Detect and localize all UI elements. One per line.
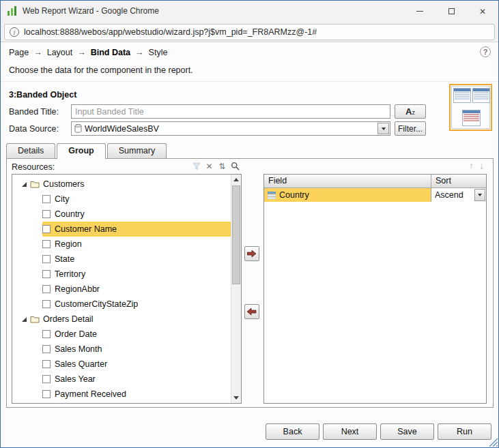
group-table-header: Field Sort <box>264 175 486 188</box>
expander-icon[interactable] <box>22 317 27 322</box>
tab-summary[interactable]: Summary <box>107 143 167 158</box>
filter-button[interactable]: Filter... <box>395 121 426 136</box>
tree-label: Sales Quarter <box>55 359 107 369</box>
tree-label: Payment Received <box>55 389 126 399</box>
scroll-down-icon <box>233 396 239 400</box>
close-button[interactable]: ✕ <box>467 1 498 22</box>
back-button[interactable]: Back <box>266 423 319 440</box>
breadcrumb-separator: → <box>33 48 42 57</box>
search-icon[interactable] <box>229 160 241 172</box>
url-text[interactable]: localhost:8888/webos/app/webstudio/wizar… <box>24 27 317 37</box>
checkbox[interactable] <box>42 285 51 293</box>
tab-details[interactable]: Details <box>6 143 55 158</box>
font-button-z: z <box>412 109 415 116</box>
add-field-button[interactable] <box>244 246 259 261</box>
breadcrumb-separator: → <box>77 48 86 57</box>
tree-item-sales-quarter[interactable]: Sales Quarter <box>12 357 231 372</box>
breadcrumb-item-layout[interactable]: Layout <box>47 48 73 57</box>
preview-table-icon <box>453 88 471 103</box>
resources-label: Resources: <box>12 162 55 172</box>
banded-title-label: Banded Title: <box>9 107 59 117</box>
tree-folder-orders-detail[interactable]: Orders Detail <box>12 312 231 327</box>
sort-icon[interactable]: ⇅ <box>216 160 228 172</box>
tree-scrollbar[interactable] <box>231 175 241 403</box>
resize-grip[interactable] <box>489 438 498 447</box>
tree-item-country[interactable]: Country <box>12 207 231 222</box>
checkbox[interactable] <box>42 255 51 263</box>
data-source-label: Data Source: <box>9 124 59 134</box>
scroll-down-button[interactable] <box>231 393 241 403</box>
layout-preview-thumbnail[interactable] <box>449 84 492 131</box>
checkbox[interactable] <box>42 300 51 308</box>
info-icon[interactable]: i <box>10 27 19 37</box>
data-source-dropdown-arrow-icon[interactable] <box>377 123 389 134</box>
tree-item-payment-received[interactable]: Payment Received <box>12 387 231 402</box>
tree-item-sales-month[interactable]: Sales Month <box>12 342 231 357</box>
database-icon <box>74 124 82 133</box>
checkbox[interactable] <box>42 390 51 398</box>
tree-label: City <box>55 194 70 204</box>
tree-item-regionabbr[interactable]: RegionAbbr <box>12 282 231 297</box>
title-bar[interactable]: Web Report Wizard - Google Chrome ✕ <box>1 1 498 22</box>
font-button[interactable]: Az <box>395 104 426 119</box>
checkbox[interactable] <box>42 240 51 248</box>
sort-dropdown-arrow-icon[interactable] <box>474 189 485 201</box>
clear-icon[interactable]: ✕ <box>203 160 215 172</box>
column-header-sort[interactable]: Sort <box>431 175 486 188</box>
tree-item-customercitystatezip[interactable]: CustomerCityStateZip <box>12 297 231 312</box>
breadcrumb-item-bind-data[interactable]: Bind Data <box>91 48 130 57</box>
maximize-button[interactable] <box>436 1 467 22</box>
expander-icon[interactable] <box>22 182 27 187</box>
save-button[interactable]: Save <box>380 423 434 440</box>
checkbox[interactable] <box>42 360 51 368</box>
remove-field-button[interactable] <box>244 304 259 319</box>
banded-title-input[interactable] <box>71 104 390 119</box>
move-buttons: ↑ ↓ <box>469 160 484 172</box>
move-up-icon[interactable]: ↑ <box>469 160 474 172</box>
checkbox[interactable] <box>42 345 51 353</box>
tab-group[interactable]: Group <box>57 143 106 159</box>
checkbox[interactable] <box>42 270 51 278</box>
next-button[interactable]: Next <box>323 423 377 440</box>
scroll-up-button[interactable] <box>231 175 241 185</box>
group-row-country[interactable]: CountryAscend <box>264 188 486 202</box>
tab-bar: DetailsGroupSummary <box>6 143 168 159</box>
tree-folder-customers[interactable]: Customers <box>12 177 231 192</box>
address-bar[interactable]: i localhost:8888/webos/app/webstudio/wiz… <box>4 24 495 40</box>
tree-item-customer-name[interactable]: Customer Name <box>12 222 231 237</box>
field-value: Country <box>279 190 309 200</box>
tree-label: Territory <box>55 269 85 279</box>
run-button[interactable]: Run <box>438 423 491 440</box>
breadcrumb-item-page[interactable]: Page <box>9 48 29 57</box>
breadcrumb-item-style[interactable]: Style <box>149 48 168 57</box>
tree-item-region[interactable]: Region <box>12 237 231 252</box>
checkbox[interactable] <box>42 225 51 233</box>
tree-label: Sales Month <box>55 344 102 354</box>
section-title: 3:Banded Object <box>9 90 76 100</box>
help-icon[interactable]: ? <box>480 46 491 57</box>
tree-item-city[interactable]: City <box>12 192 231 207</box>
resource-toolbar: ✕ ⇅ <box>171 160 241 172</box>
minimize-button[interactable] <box>404 1 436 22</box>
tree-item-territory[interactable]: Territory <box>12 267 231 282</box>
preview-table-icon <box>472 88 490 103</box>
checkbox[interactable] <box>42 375 51 383</box>
sort-dropdown[interactable]: Ascend <box>431 188 486 202</box>
field-cell[interactable]: Country <box>264 188 431 202</box>
column-header-field[interactable]: Field <box>264 175 431 188</box>
tree-item-sales-year[interactable]: Sales Year <box>12 372 231 387</box>
maximize-icon <box>448 8 455 14</box>
tree-item-order-date[interactable]: Order Date <box>12 327 231 342</box>
preview-table-icon <box>462 110 481 126</box>
scrollbar-thumb[interactable] <box>232 185 240 284</box>
data-source-dropdown[interactable]: WorldWideSalesBV <box>71 121 390 136</box>
checkbox[interactable] <box>42 195 51 203</box>
breadcrumb: Page→Layout→Bind Data→Style <box>9 48 167 57</box>
tree-item-state[interactable]: State <box>12 252 231 267</box>
tree-label: CustomerCityStateZip <box>55 299 138 309</box>
tree-label: Customer Name <box>55 224 117 234</box>
checkbox[interactable] <box>42 330 51 338</box>
filter-icon <box>190 160 202 172</box>
move-down-icon[interactable]: ↓ <box>479 160 484 172</box>
checkbox[interactable] <box>42 210 51 218</box>
